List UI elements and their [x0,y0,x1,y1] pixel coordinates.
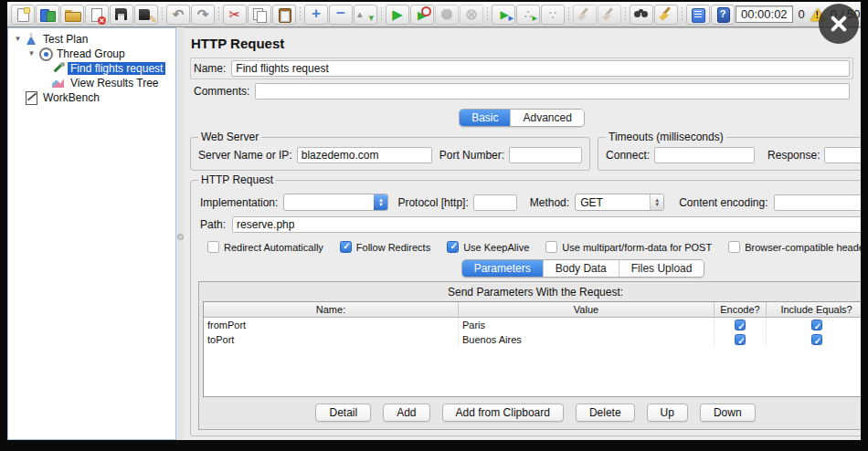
param-include-equals-cell[interactable] [767,318,861,332]
name-row: Name: [190,58,853,79]
path-input[interactable] [232,216,861,233]
parameters-table-empty-area[interactable] [204,347,861,396]
start-button[interactable] [386,5,409,25]
new-file-button[interactable] [11,5,35,25]
checkbox-box[interactable] [340,241,352,253]
clear-all-button[interactable] [598,5,621,25]
save-button[interactable] [110,5,133,25]
testplan-icon [24,32,38,46]
tab-body-data[interactable]: Body Data [543,260,619,277]
help-button[interactable] [711,5,735,25]
tree-item-find-flights-request[interactable]: Find flights request [8,61,175,75]
close-button[interactable] [819,4,859,44]
delete-button[interactable]: Delete [576,404,635,422]
cut-button[interactable] [223,5,247,25]
tree-item-view-results-tree[interactable]: View Results Tree [8,76,175,89]
server-name-input[interactable] [297,147,432,163]
undo-button[interactable] [166,5,190,25]
checkbox-box[interactable] [447,241,459,253]
encode-checkbox[interactable] [735,334,746,345]
param-value-cell[interactable]: Buenos Aires [459,332,715,347]
connect-timeout-input[interactable] [654,147,755,163]
method-select[interactable]: GET ▲▼ [575,194,664,211]
paste-button[interactable] [272,5,296,25]
tree-item-thread-group[interactable]: ▼Thread Group [8,47,175,60]
include-equals-checkbox[interactable] [811,334,822,345]
collapse-all-button[interactable] [329,5,353,25]
param-encode-cell[interactable] [715,332,767,347]
tree-item-test-plan[interactable]: ▼Test Plan [8,32,175,46]
add-from-clipboard-button[interactable]: Add from Clipboard [442,404,564,422]
save-as-button[interactable] [134,5,158,25]
column-header-encode[interactable]: Encode? [715,302,767,317]
content-encoding-input[interactable] [774,194,861,211]
protocol-input[interactable] [473,194,517,211]
toolbar-separator [484,5,491,24]
server-name-label: Server Name or IP: [198,149,292,162]
table-row[interactable]: toPortBuenos Aires [204,332,861,347]
comments-input[interactable] [255,83,850,100]
tree-expand-caret[interactable]: ▼ [26,49,37,58]
tree-expand-caret[interactable]: ▼ [12,35,24,43]
open-button[interactable] [60,5,84,25]
tab-advanced[interactable]: Advanced [510,110,583,126]
close-file-button[interactable] [85,5,109,25]
implementation-select[interactable]: ▲▼ [283,194,388,211]
redo-icon [194,6,212,23]
tab-files-upload[interactable]: Files Upload [619,260,704,277]
add-button[interactable]: Add [383,404,429,422]
save-as-icon [137,6,155,23]
remote-start-button[interactable] [492,5,515,25]
detail-button[interactable]: Detail [315,404,371,422]
tree-item-workbench[interactable]: WorkBench [8,90,175,104]
remote-stop-button[interactable] [541,5,565,25]
up-button[interactable]: Up [647,404,688,422]
paste-icon [275,6,293,23]
shutdown-button[interactable] [460,5,483,25]
response-timeout-label: Response: [767,149,820,162]
column-header-includeequals[interactable]: Include Equals? [767,302,861,317]
param-encode-cell[interactable] [715,318,767,332]
checkbox-box[interactable] [545,241,557,253]
column-header-value[interactable]: Value [459,302,715,317]
tab-basic[interactable]: Basic [460,110,510,126]
checkbox-follow-redirects[interactable]: Follow Redirects [340,241,430,253]
toggle-button[interactable] [354,5,377,25]
checkbox-box[interactable] [728,241,740,253]
param-name-cell[interactable]: fromPort [204,318,459,332]
error-count: 0 [799,7,805,21]
column-header-name[interactable]: Name: [204,302,459,317]
include-equals-checkbox[interactable] [811,320,822,330]
search-button[interactable] [630,5,653,25]
checkbox-box[interactable] [207,241,219,253]
remote-start-all-button[interactable] [516,5,540,25]
start-no-pauses-button[interactable] [410,5,434,25]
name-input[interactable] [231,60,850,77]
down-button[interactable]: Down [700,404,756,422]
checkbox-use-multipart-form-data-for-post[interactable]: Use multipart/form-data for POST [545,241,712,253]
expand-all-button[interactable] [304,5,328,25]
clear-button[interactable] [573,5,597,25]
table-row[interactable]: fromPortParis [204,318,861,332]
method-label: Method: [530,196,569,209]
encode-checkbox[interactable] [735,320,746,330]
panel-splitter[interactable] [176,27,184,440]
stop-button[interactable] [435,5,459,25]
tab-parameters[interactable]: Parameters [462,260,543,277]
checkbox-redirect-automatically[interactable]: Redirect Automatically [207,241,323,253]
param-value-cell[interactable]: Paris [459,318,715,332]
redo-button[interactable] [191,5,215,25]
options-checkbox-row: Redirect AutomaticallyFollow RedirectsUs… [207,241,861,253]
copy-button[interactable] [248,5,271,25]
response-timeout-input[interactable] [824,147,861,163]
checkbox-use-keepalive[interactable]: Use KeepAlive [447,241,529,253]
http-request-legend: HTTP Request [198,173,276,186]
search-reset-button[interactable] [654,5,678,25]
templates-button[interactable] [36,5,59,25]
param-name-cell[interactable]: toPort [204,332,459,347]
port-number-input[interactable] [509,147,582,163]
param-include-equals-cell[interactable] [767,332,861,347]
toolbar-separator [622,5,629,24]
checkbox-browser-compatible-headers[interactable]: Browser-compatible headers [728,241,861,253]
function-helper-button[interactable] [686,5,710,25]
